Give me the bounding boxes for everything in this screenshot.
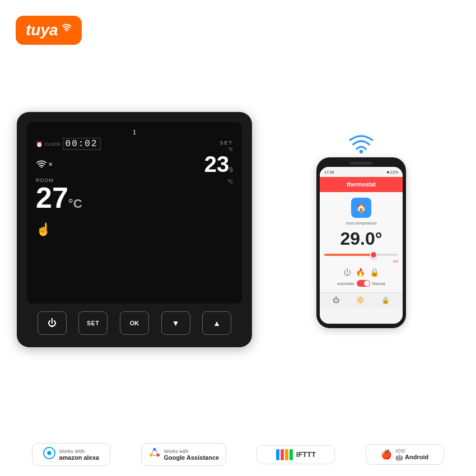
phone-time: 17:28: [324, 170, 334, 174]
phone-heat-icon[interactable]: 🔥: [356, 268, 365, 277]
down-button[interactable]: ▼: [161, 311, 190, 335]
room-temp-display: 27°C: [36, 183, 199, 212]
thermostat-screen: 1 ⏰ CLOCK 00:02: [27, 122, 242, 304]
google-badge-top: Works with: [164, 449, 220, 454]
phone-set-label: set: [324, 259, 398, 263]
compatibility-badges: Works With amazon alexa Works with Googl…: [17, 443, 459, 466]
wifi-status: ✕: [36, 159, 199, 170]
phone-nav-heat[interactable]: 🔆: [356, 296, 365, 304]
phone-status-bar: 17:28 ■ 21%: [320, 167, 403, 177]
phone-room-label: room temperature: [324, 221, 398, 225]
svg-point-6: [153, 448, 156, 451]
clock-label: CLOCK: [45, 142, 60, 147]
room-degree: °C: [68, 197, 82, 211]
phone-battery: ■ 21%: [387, 170, 398, 174]
alexa-icon: [43, 447, 55, 462]
set-unit: °C: [227, 179, 233, 184]
top-indicator: 1: [36, 129, 233, 136]
up-button[interactable]: ▲: [202, 311, 231, 335]
phone-notch: [350, 162, 372, 165]
main-content: 1 ⏰ CLOCK 00:02: [17, 73, 459, 386]
android-badge-main: 🤖 Android: [395, 454, 428, 461]
google-badge: Works with Google Assistance: [141, 443, 227, 466]
apple-icon: 🍎: [381, 449, 392, 460]
set-suffix: S: [229, 167, 233, 173]
phone-app-title: thermostat: [325, 181, 397, 188]
phone-screen: 17:28 ■ 21% thermostat 🏠 room temperatur…: [320, 167, 403, 324]
control-buttons: ⏻ SET OK ▼ ▲: [27, 309, 242, 337]
phone-app-header: thermostat: [320, 177, 403, 192]
svg-point-2: [360, 150, 363, 153]
ifttt-badge: IFTTT: [256, 445, 335, 464]
set-button[interactable]: SET: [78, 311, 108, 335]
svg-point-8: [149, 454, 152, 457]
phone-mockup: 17:28 ■ 21% thermostat 🏠 room temperatur…: [316, 157, 406, 328]
brand-name: tuya: [26, 21, 58, 39]
set-temp-display: 23: [204, 153, 230, 175]
phone-toggle-row: automatic Manual: [324, 280, 398, 287]
google-icon: [148, 447, 161, 462]
phone-temp-display: 29.0°: [324, 228, 398, 249]
svg-point-0: [66, 30, 67, 31]
android-icon: 🤖: [395, 454, 403, 460]
phone-home-icon: 🏠: [351, 198, 371, 218]
tuya-logo: tuya: [16, 16, 82, 45]
alexa-badge: Works With amazon alexa: [32, 443, 110, 466]
phone-power-icon[interactable]: ⏻: [343, 268, 351, 277]
phone-toggle[interactable]: [357, 280, 370, 287]
svg-point-7: [156, 454, 160, 457]
phone-auto-label: automatic: [337, 282, 354, 286]
power-button[interactable]: ⏻: [38, 311, 67, 335]
phone-nav-lock[interactable]: 🔒: [381, 296, 390, 304]
phone-manual-label: Manual: [372, 282, 385, 286]
touch-icon: ☝: [36, 222, 199, 237]
phone-slider[interactable]: [324, 254, 398, 256]
ifttt-label: IFTTT: [296, 450, 316, 459]
ios-android-badge: 🍎 iOS/ 🤖 Android: [366, 444, 444, 465]
set-section: SET °C 23 S °C: [204, 138, 233, 184]
phone-lock-icon[interactable]: 🔒: [370, 268, 379, 277]
thermostat-device: 1 ⏰ CLOCK 00:02: [17, 112, 252, 347]
clock-icon: ⏰: [36, 141, 43, 147]
phone-bottom-icons: ⏻ 🔆 🔒: [320, 292, 403, 307]
svg-point-5: [152, 450, 157, 455]
phone-controls-row: ⏻ 🔥 🔒: [324, 268, 398, 277]
ok-button[interactable]: OK: [120, 311, 149, 335]
alexa-badge-main: amazon alexa: [59, 454, 99, 461]
wifi-icon: [36, 159, 47, 170]
set-label: SET: [220, 140, 233, 146]
phone-section: 17:28 ■ 21% thermostat 🏠 room temperatur…: [263, 131, 459, 328]
room-section: ROOM 27°C: [36, 178, 199, 212]
ios-badge-top: iOS/: [395, 448, 428, 454]
clock-display: 00:02: [63, 138, 101, 150]
phone-nav-power[interactable]: ⏻: [333, 296, 339, 304]
svg-point-1: [41, 167, 42, 168]
phone-app-body: 🏠 room temperature 29.0° set ⏻ 🔥: [320, 192, 403, 292]
alexa-badge-top: Works With: [59, 449, 99, 454]
google-badge-main: Google Assistance: [164, 454, 220, 461]
set-degree-symbol: °C: [228, 147, 233, 152]
ifttt-logo: [276, 449, 293, 460]
wifi-x-icon: ✕: [48, 161, 53, 167]
svg-point-4: [48, 451, 52, 455]
brand-wifi-icon: [62, 22, 72, 34]
wifi-signal-icon: [347, 131, 375, 157]
